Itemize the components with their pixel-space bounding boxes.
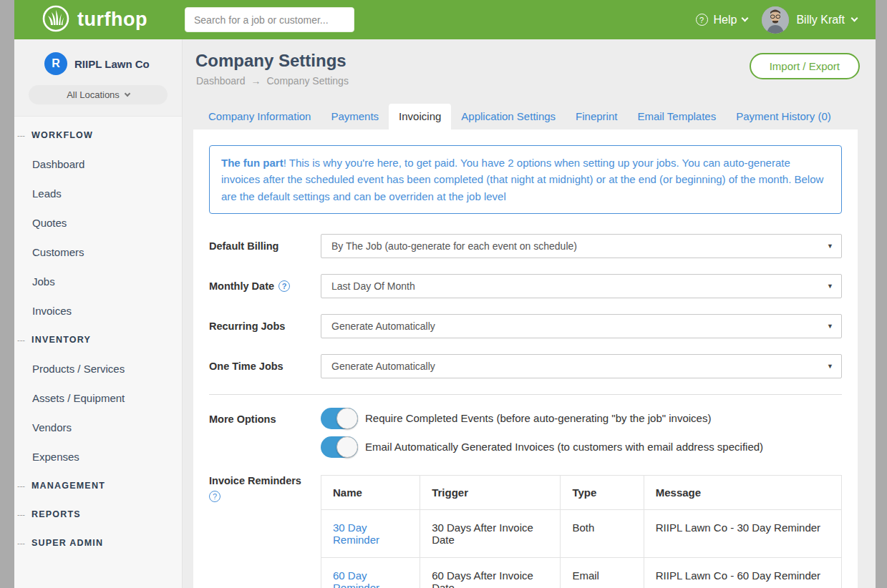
info-lead: The fun part (221, 157, 283, 169)
reminder-message: RIIPL Lawn Co - 30 Day Reminder (644, 509, 841, 557)
avatar (762, 6, 789, 34)
sidebar-item-dashboard[interactable]: Dashboard (14, 150, 182, 179)
invoicing-panel: The fun part! This is why you're here, t… (193, 129, 858, 588)
sidebar-section-management[interactable]: --- MANAGEMENT (14, 471, 182, 500)
section-divider (209, 394, 842, 395)
section-label: INVENTORY (31, 335, 91, 345)
section-dashes-icon: --- (17, 335, 25, 344)
section-label: MANAGEMENT (31, 481, 105, 491)
user-name: Billy Kraft (796, 14, 845, 26)
recurring-jobs-select[interactable]: Generate Automatically ▼ (321, 314, 842, 338)
invoicing-info-box: The fun part! This is why you're here, t… (209, 145, 842, 214)
select-value: Generate Automatically (331, 361, 435, 372)
reminder-name-link[interactable]: 30 Day Reminder (321, 509, 420, 557)
tab-payment-history[interactable]: Payment History (0) (726, 104, 841, 129)
sidebar-item-products-services[interactable]: Products / Services (14, 354, 182, 383)
tab-invoicing[interactable]: Invoicing (389, 104, 451, 129)
chevron-down-icon (851, 15, 858, 22)
one-time-jobs-select[interactable]: Generate Automatically ▼ (321, 354, 842, 378)
invoice-reminders-label: Invoice Reminders (209, 475, 321, 486)
sidebar-item-quotes[interactable]: Quotes (14, 208, 182, 237)
tab-fineprint[interactable]: Fineprint (566, 104, 627, 129)
logo-wordmark: turfhop (77, 9, 147, 31)
sidebar-item-invoices[interactable]: Invoices (14, 296, 182, 325)
breadcrumb: Dashboard → Company Settings (196, 75, 349, 87)
table-row: 60 Day Reminder 60 Days After Invoice Da… (321, 557, 842, 588)
col-header-message: Message (644, 475, 841, 509)
help-label: Help (714, 14, 737, 26)
top-navbar: turfhop Search for a job or customer... … (14, 0, 876, 39)
table-row: 30 Day Reminder 30 Days After Invoice Da… (321, 509, 842, 557)
info-rest: ! This is why you're here, to get paid. … (221, 157, 823, 202)
sidebar-section-workflow[interactable]: --- WORKFLOW (14, 121, 182, 150)
reminder-trigger: 60 Days After Invoice Date (420, 557, 561, 588)
reminder-trigger: 30 Days After Invoice Date (420, 509, 561, 557)
select-caret-icon: ▼ (827, 283, 833, 290)
help-menu[interactable]: ? Help (696, 14, 748, 26)
monthly-date-label: Monthly Date ? (209, 280, 321, 292)
select-value: Generate Automatically (331, 320, 435, 332)
section-label: REPORTS (31, 509, 81, 519)
select-caret-icon: ▼ (827, 242, 833, 250)
section-label: SUPER ADMIN (31, 538, 103, 548)
monthly-date-help-icon[interactable]: ? (278, 280, 290, 292)
company-row[interactable]: R RIIPL Lawn Co (14, 52, 182, 75)
breadcrumb-arrow-icon: → (251, 75, 261, 87)
more-options-label: More Options (209, 408, 321, 458)
sidebar-section-reports[interactable]: --- REPORTS (14, 500, 182, 529)
sidebar-item-assets-equipment[interactable]: Assets / Equipment (14, 383, 182, 413)
invoice-reminders-table: Name Trigger Type Message 30 Day Reminde… (321, 475, 842, 588)
help-icon: ? (696, 14, 708, 26)
window-edge-left (0, 0, 14, 588)
tab-application-settings[interactable]: Application Settings (451, 104, 566, 129)
col-header-name: Name (321, 475, 420, 509)
invoice-reminders-help-icon[interactable]: ? (209, 491, 220, 502)
reminder-name-link[interactable]: 60 Day Reminder (321, 557, 420, 588)
sidebar-item-jobs[interactable]: Jobs (14, 267, 182, 296)
user-menu[interactable]: Billy Kraft (762, 6, 857, 34)
search-placeholder: Search for a job or customer... (194, 14, 329, 26)
tab-payments[interactable]: Payments (321, 104, 389, 129)
sidebar: R RIIPL Lawn Co All Locations --- WORKFL… (14, 39, 183, 588)
invoice-reminders-section: Invoice Reminders ? Name Trigger Type Me… (209, 475, 842, 588)
search-input[interactable]: Search for a job or customer... (185, 7, 354, 32)
require-completed-events-toggle[interactable] (321, 408, 358, 429)
require-completed-events-label: Require Completed Events (before auto-ge… (365, 412, 711, 424)
window-scrollbar[interactable] (876, 0, 887, 588)
email-generated-invoices-toggle[interactable] (321, 436, 358, 458)
sidebar-item-leads[interactable]: Leads (14, 179, 182, 208)
section-dashes-icon: --- (17, 539, 25, 547)
select-caret-icon: ▼ (827, 323, 833, 330)
monthly-date-select[interactable]: Last Day Of Month ▼ (321, 274, 842, 298)
tab-company-information[interactable]: Company Information (198, 104, 321, 129)
field-one-time-jobs: One Time Jobs Generate Automatically ▼ (209, 354, 842, 378)
col-header-type: Type (561, 475, 644, 509)
sidebar-section-inventory[interactable]: --- INVENTORY (14, 325, 182, 354)
recurring-jobs-label: Recurring Jobs (209, 320, 321, 332)
turfhop-logo-icon (42, 4, 70, 36)
sidebar-nav: --- WORKFLOW Dashboard Leads Quotes Cust… (14, 117, 182, 557)
sidebar-item-expenses[interactable]: Expenses (14, 442, 182, 471)
locations-dropdown[interactable]: All Locations (29, 85, 168, 104)
company-name: RIIPL Lawn Co (74, 58, 150, 70)
section-dashes-icon: --- (17, 131, 25, 139)
toggle-knob (336, 436, 358, 458)
sidebar-item-vendors[interactable]: Vendors (14, 413, 182, 442)
default-billing-select[interactable]: By The Job (auto-generate for each event… (321, 234, 842, 258)
import-export-button[interactable]: Import / Export (750, 53, 860, 79)
sidebar-item-customers[interactable]: Customers (14, 237, 182, 267)
toggle-knob (336, 408, 358, 429)
reminder-type: Email (561, 557, 644, 588)
settings-tabs: Company Information Payments Invoicing A… (198, 104, 841, 129)
sidebar-section-super-admin[interactable]: --- SUPER ADMIN (14, 529, 182, 557)
field-recurring-jobs: Recurring Jobs Generate Automatically ▼ (209, 314, 842, 338)
page-title: Company Settings (195, 51, 346, 71)
company-badge: R (44, 52, 67, 75)
breadcrumb-dashboard[interactable]: Dashboard (196, 75, 246, 87)
locations-label: All Locations (67, 89, 120, 100)
email-generated-invoices-row: Email Automatically Generated Invoices (… (321, 436, 842, 458)
main-content: Company Settings Dashboard → Company Set… (183, 39, 876, 588)
turfhop-logo[interactable]: turfhop (42, 4, 183, 36)
tab-email-templates[interactable]: Email Templates (627, 104, 726, 129)
chevron-down-icon (125, 91, 130, 97)
